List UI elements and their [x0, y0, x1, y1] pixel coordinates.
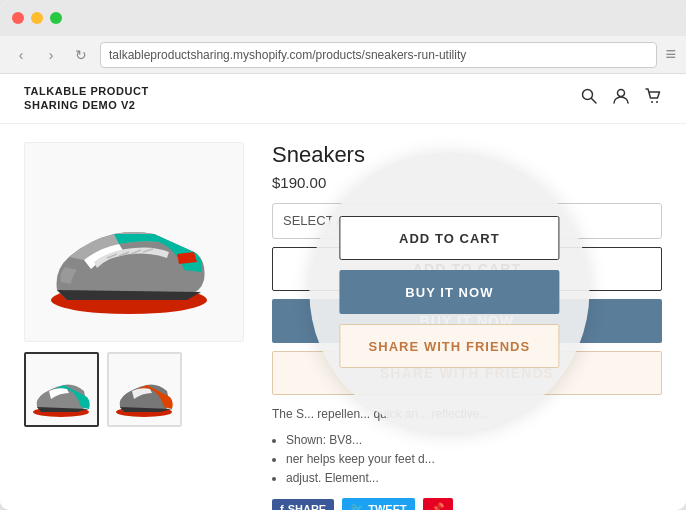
facebook-label: SHARE	[288, 503, 327, 510]
magnifier-add-to-cart-button[interactable]: ADD TO CART	[339, 216, 559, 260]
main-product-image	[24, 142, 244, 342]
magnifier-share-friends-button[interactable]: SHARE WITH FRIENDS	[339, 324, 559, 368]
store-brand: TALKABLE PRODUCT SHARING DEMO V2	[24, 84, 149, 113]
user-icon[interactable]	[612, 87, 630, 109]
magnifier-buy-now-button[interactable]: BUY IT NOW	[339, 270, 559, 314]
maximize-button[interactable]	[50, 12, 62, 24]
title-bar	[0, 0, 686, 36]
thumbnail-2[interactable]	[107, 352, 182, 427]
browser-menu-icon[interactable]: ≡	[665, 44, 676, 65]
address-bar-row: ‹ › ↻ talkableproductsharing.myshopify.c…	[0, 36, 686, 74]
product-images	[24, 142, 244, 427]
facebook-icon: f	[280, 503, 284, 510]
search-icon[interactable]	[580, 87, 598, 109]
twitter-tweet-button[interactable]: 🐦 TWEET	[342, 498, 415, 510]
sneaker-illustration	[39, 157, 229, 327]
svg-point-4	[656, 101, 658, 103]
bullet-3: adjust. Element...	[286, 469, 662, 488]
store-icons	[580, 87, 662, 109]
social-share: f SHARE 🐦 TWEET 📌	[272, 498, 662, 510]
bullet-1: Shown: BV8...	[286, 431, 662, 450]
svg-line-1	[592, 99, 597, 104]
cart-icon[interactable]	[644, 87, 662, 109]
bullet-2: ner helps keep your feet d...	[286, 450, 662, 469]
thumbnail-1[interactable]	[24, 352, 99, 427]
page-content: TALKABLE PRODUCT SHARING DEMO V2	[0, 74, 686, 510]
pinterest-icon: 📌	[431, 502, 445, 510]
svg-point-2	[618, 90, 625, 97]
facebook-share-button[interactable]: f SHARE	[272, 499, 334, 510]
store-header: TALKABLE PRODUCT SHARING DEMO V2	[0, 74, 686, 124]
twitter-icon: 🐦	[350, 502, 364, 510]
magnifier-inner: ADD TO CART BUY IT NOW SHARE WITH FRIEND…	[309, 196, 589, 388]
close-button[interactable]	[12, 12, 24, 24]
product-bullets: Shown: BV8... ner helps keep your feet d…	[272, 431, 662, 489]
twitter-label: TWEET	[368, 503, 407, 510]
browser-window: ‹ › ↻ talkableproductsharing.myshopify.c…	[0, 0, 686, 510]
thumbnails	[24, 352, 244, 427]
refresh-button[interactable]: ↻	[70, 44, 92, 66]
address-bar[interactable]: talkableproductsharing.myshopify.com/pro…	[100, 42, 657, 68]
magnifier-overlay: ADD TO CART BUY IT NOW SHARE WITH FRIEND…	[309, 152, 589, 432]
back-button[interactable]: ‹	[10, 44, 32, 66]
forward-button[interactable]: ›	[40, 44, 62, 66]
pinterest-button[interactable]: 📌	[423, 498, 453, 510]
svg-point-3	[651, 101, 653, 103]
minimize-button[interactable]	[31, 12, 43, 24]
